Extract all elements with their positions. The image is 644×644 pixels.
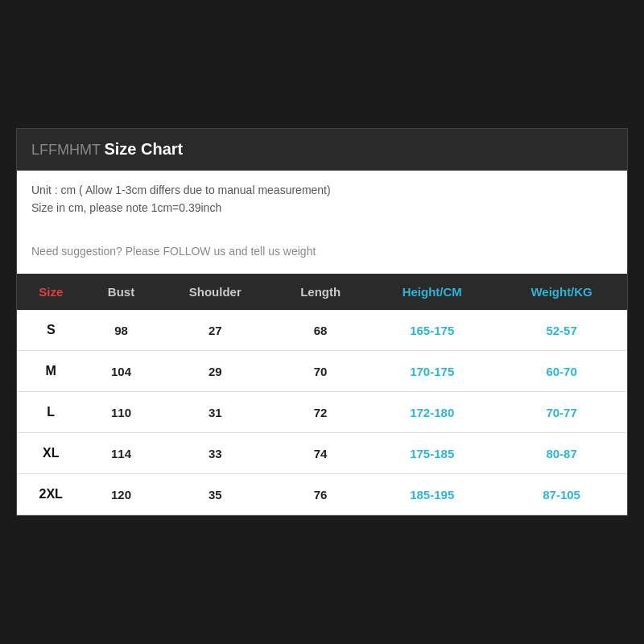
col-header-shoulder: Shoulder (158, 274, 274, 310)
cell-size: S (17, 310, 85, 351)
unit-text: Unit : cm ( Allow 1-3cm differs due to m… (31, 184, 613, 196)
table-row: 2XL1203576185-19587-105 (17, 474, 627, 515)
info-section: Unit : cm ( Allow 1-3cm differs due to m… (17, 171, 627, 274)
table-header: Size Bust Shoulder Length Height/CM Weig… (17, 274, 627, 310)
cell-size: 2XL (17, 474, 85, 515)
suggestion-text: Need suggestion? Please FOLLOW us and te… (31, 245, 613, 258)
cell-height: 172-180 (368, 392, 496, 433)
cell-shoulder: 29 (158, 351, 274, 392)
col-header-bust: Bust (85, 274, 157, 310)
col-header-length: Length (273, 274, 368, 310)
cell-size: XL (17, 433, 85, 474)
cell-size: L (17, 392, 85, 433)
cell-bust: 114 (85, 433, 157, 474)
size-text: Size in cm, please note 1cm=0.39inch (31, 201, 613, 214)
cell-length: 76 (273, 474, 368, 515)
cell-weight: 52-57 (496, 310, 627, 351)
table-row: L1103172172-18070-77 (17, 392, 627, 433)
cell-weight: 60-70 (496, 351, 627, 392)
cell-length: 70 (273, 351, 368, 392)
brand-name: LFFMHMT (31, 142, 101, 158)
cell-height: 165-175 (368, 310, 496, 351)
chart-title: Size Chart (104, 140, 183, 158)
cell-height: 175-185 (368, 433, 496, 474)
cell-shoulder: 35 (158, 474, 274, 515)
cell-weight: 70-77 (496, 392, 627, 433)
cell-bust: 120 (85, 474, 157, 515)
col-header-height: Height/CM (368, 274, 496, 310)
cell-length: 72 (273, 392, 368, 433)
size-table-section: Size Bust Shoulder Length Height/CM Weig… (17, 274, 627, 515)
cell-shoulder: 31 (158, 392, 274, 433)
cell-height: 170-175 (368, 351, 496, 392)
cell-bust: 110 (85, 392, 157, 433)
cell-bust: 98 (85, 310, 157, 351)
col-header-weight: Weight/KG (496, 274, 627, 310)
title-row: LFFMHMT Size Chart (17, 129, 627, 171)
cell-length: 74 (273, 433, 368, 474)
cell-bust: 104 (85, 351, 157, 392)
cell-weight: 80-87 (496, 433, 627, 474)
cell-height: 185-195 (368, 474, 496, 515)
table-row: XL1143374175-18580-87 (17, 433, 627, 474)
size-table: Size Bust Shoulder Length Height/CM Weig… (17, 274, 627, 515)
cell-shoulder: 33 (158, 433, 274, 474)
cell-length: 68 (273, 310, 368, 351)
cell-shoulder: 27 (158, 310, 274, 351)
col-header-size: Size (17, 274, 85, 310)
cell-weight: 87-105 (496, 474, 627, 515)
table-row: S982768165-17552-57 (17, 310, 627, 351)
table-row: M1042970170-17560-70 (17, 351, 627, 392)
size-chart: LFFMHMT Size Chart Unit : cm ( Allow 1-3… (16, 128, 628, 516)
cell-size: M (17, 351, 85, 392)
